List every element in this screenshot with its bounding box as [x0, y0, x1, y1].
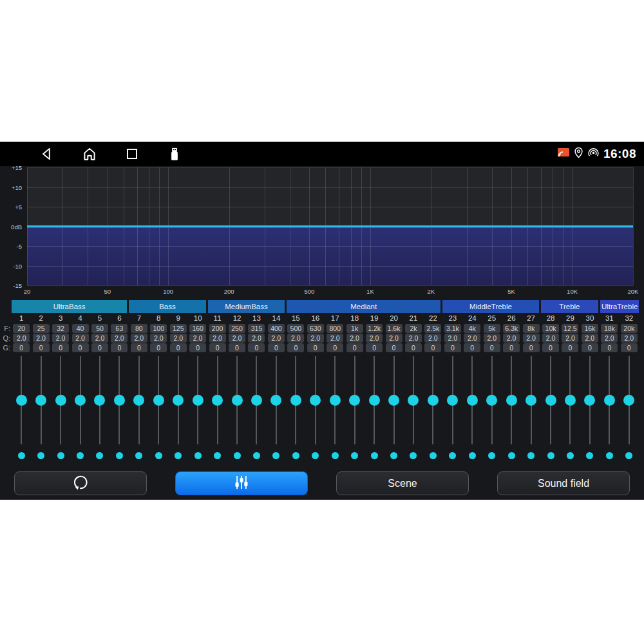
- gain-value-chip: 0: [91, 343, 108, 352]
- band-cell: 2.0: [227, 334, 247, 343]
- band-cell: 2.0: [521, 334, 540, 343]
- slider-thumb[interactable]: [623, 395, 634, 406]
- slider-thumb[interactable]: [526, 395, 536, 406]
- slider-thumb[interactable]: [212, 395, 223, 406]
- band-number: 13: [247, 314, 266, 323]
- gain-value-chip: 0: [248, 343, 265, 352]
- slider-thumb[interactable]: [565, 395, 576, 406]
- band-slider[interactable]: [286, 356, 305, 444]
- band-cell: 0: [149, 343, 168, 353]
- band-slider[interactable]: [365, 356, 384, 444]
- usb-drive-icon[interactable]: [166, 146, 183, 162]
- band-indicator-dot: [586, 452, 593, 459]
- band-slider[interactable]: [129, 356, 149, 444]
- band-dot-cell: [267, 451, 286, 460]
- slider-thumb[interactable]: [55, 395, 66, 406]
- band-slider[interactable]: [227, 356, 247, 444]
- scene-button[interactable]: Scene: [336, 471, 469, 495]
- slider-thumb[interactable]: [604, 395, 615, 406]
- band-cell: 8k: [521, 324, 540, 334]
- band-slider[interactable]: [502, 356, 521, 444]
- slider-thumb[interactable]: [114, 395, 125, 406]
- slider-thumb[interactable]: [349, 395, 360, 406]
- slider-thumb[interactable]: [388, 395, 399, 406]
- slider-thumb[interactable]: [447, 395, 458, 406]
- band-slider[interactable]: [325, 356, 345, 444]
- slider-thumb[interactable]: [584, 395, 595, 406]
- band-slider[interactable]: [247, 356, 266, 444]
- back-button[interactable]: [39, 146, 55, 162]
- band-slider[interactable]: [580, 356, 600, 444]
- band-indicator-dot: [430, 452, 437, 459]
- band-slider[interactable]: [600, 356, 619, 444]
- freq-value-chip: 6.3k: [503, 324, 520, 333]
- slider-thumb[interactable]: [94, 395, 105, 406]
- band-slider[interactable]: [51, 356, 70, 444]
- reset-button[interactable]: [14, 471, 147, 495]
- home-button[interactable]: [81, 146, 98, 162]
- scene-button-label: Scene: [388, 478, 417, 489]
- band-cell: 80: [129, 324, 149, 334]
- band-slider[interactable]: [462, 356, 482, 444]
- band-dot-cell: [286, 451, 305, 460]
- slider-thumb[interactable]: [251, 395, 262, 406]
- slider-thumb[interactable]: [330, 395, 341, 406]
- q-value-chip: 2.0: [209, 334, 226, 343]
- slider-thumb[interactable]: [506, 395, 517, 406]
- slider-thumb[interactable]: [16, 395, 27, 406]
- slider-thumb[interactable]: [75, 395, 86, 406]
- slider-thumb[interactable]: [173, 395, 184, 406]
- slider-thumb[interactable]: [35, 395, 46, 406]
- slider-thumb[interactable]: [270, 395, 281, 406]
- slider-thumb[interactable]: [193, 395, 204, 406]
- band-slider[interactable]: [188, 356, 207, 444]
- band-number: 1: [12, 314, 31, 323]
- band-slider[interactable]: [109, 356, 129, 444]
- band-slider[interactable]: [169, 356, 188, 444]
- freq-value-chip: 40: [72, 324, 89, 333]
- band-slider[interactable]: [90, 356, 109, 444]
- band-slider[interactable]: [404, 356, 423, 444]
- band-number: 22: [423, 314, 442, 323]
- band-slider[interactable]: [423, 356, 442, 444]
- band-slider[interactable]: [521, 356, 540, 444]
- recents-button[interactable]: [124, 146, 140, 162]
- slider-thumb[interactable]: [133, 395, 144, 406]
- band-slider[interactable]: [384, 356, 403, 444]
- slider-thumb[interactable]: [486, 395, 497, 406]
- gain-value-chip: 0: [33, 343, 50, 352]
- band-slider[interactable]: [70, 356, 90, 444]
- band-slider[interactable]: [482, 356, 502, 444]
- band-slider[interactable]: [149, 356, 168, 444]
- eq-button[interactable]: [175, 471, 308, 495]
- band-slider[interactable]: [267, 356, 286, 444]
- band-slider[interactable]: [443, 356, 462, 444]
- slider-thumb[interactable]: [369, 395, 380, 406]
- gain-value-chip: 0: [601, 343, 618, 352]
- q-value-chip: 2.0: [33, 334, 50, 343]
- band-slider[interactable]: [207, 356, 227, 444]
- slider-thumb[interactable]: [232, 395, 243, 406]
- slider-thumb[interactable]: [290, 395, 301, 406]
- slider-thumb[interactable]: [408, 395, 419, 406]
- sound-field-button[interactable]: Sound field: [497, 471, 630, 495]
- band-indicator-dot: [57, 452, 64, 459]
- slider-thumb[interactable]: [467, 395, 478, 406]
- band-slider[interactable]: [345, 356, 364, 444]
- slider-thumb[interactable]: [545, 395, 556, 406]
- band-number: 2: [31, 314, 50, 323]
- row-label-gain: G:: [1, 344, 10, 352]
- android-nav-bar: [39, 146, 183, 162]
- band-slider[interactable]: [560, 356, 580, 444]
- response-line: [27, 225, 633, 227]
- gain-value-chip: 0: [366, 343, 383, 352]
- band-slider[interactable]: [31, 356, 50, 444]
- band-indicator-dot: [234, 452, 241, 459]
- band-slider[interactable]: [620, 356, 639, 444]
- slider-thumb[interactable]: [310, 395, 321, 406]
- band-slider[interactable]: [12, 356, 31, 444]
- slider-thumb[interactable]: [428, 395, 439, 406]
- slider-thumb[interactable]: [153, 395, 164, 406]
- band-slider[interactable]: [541, 356, 560, 444]
- band-slider[interactable]: [306, 356, 325, 444]
